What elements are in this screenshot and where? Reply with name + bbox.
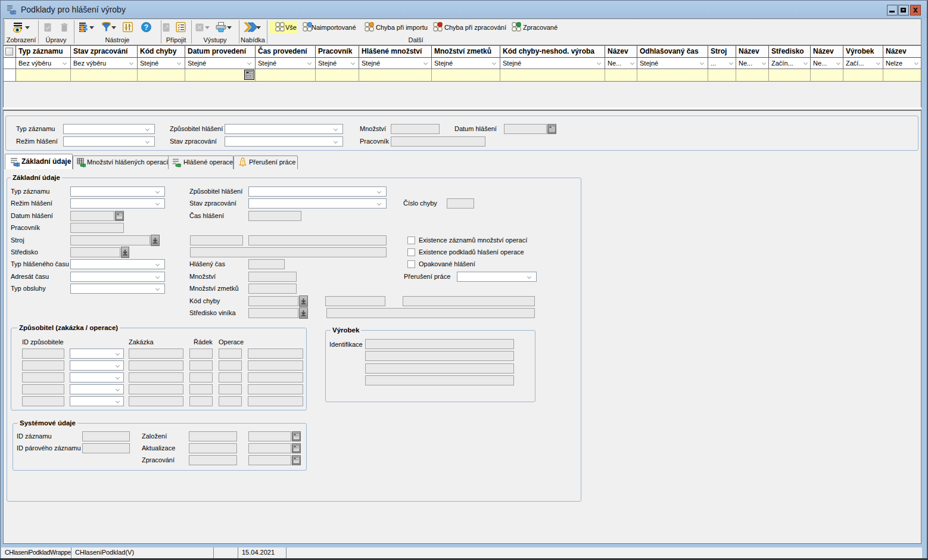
- svg-text:?: ?: [144, 23, 148, 32]
